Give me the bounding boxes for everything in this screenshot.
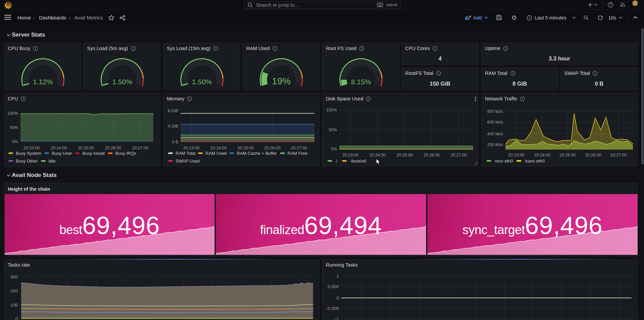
svg-text:-1: -1 <box>335 317 339 320</box>
svg-text:20:23:00: 20:23:00 <box>24 146 40 150</box>
svg-text:1.50%: 1.50% <box>112 78 132 86</box>
svg-text:300: 300 <box>10 274 18 279</box>
svg-text:RAM Total: RAM Total <box>176 151 196 156</box>
svg-text:20:23:00: 20:23:00 <box>342 153 359 157</box>
svg-text:SWAP Used: SWAP Used <box>176 158 200 164</box>
svg-text:20:25:00: 20:25:00 <box>396 153 413 157</box>
svg-text:recv eth0: recv eth0 <box>495 158 513 164</box>
svg-text:600 kb/s: 600 kb/s <box>487 120 503 125</box>
svg-text:Busy Iowait: Busy Iowait <box>82 151 105 156</box>
svg-text:8.15%: 8.15% <box>351 78 371 86</box>
svg-text:1.50%: 1.50% <box>192 78 212 86</box>
svg-text:50%: 50% <box>329 128 337 132</box>
svg-text:200: 200 <box>10 288 18 293</box>
svg-text:20:26:00: 20:26:00 <box>105 146 121 150</box>
svg-text:20:27:00: 20:27:00 <box>451 153 467 157</box>
svg-text:trans eth0: trans eth0 <box>525 158 545 164</box>
svg-text:20:23:00: 20:23:00 <box>508 153 525 157</box>
svg-text:20:27:00: 20:27:00 <box>132 146 149 150</box>
svg-text:20:24:00: 20:24:00 <box>50 146 67 150</box>
svg-text:0: 0 <box>15 316 18 320</box>
svg-text:20:24:00: 20:24:00 <box>369 153 386 157</box>
svg-text:20:26:00: 20:26:00 <box>264 146 280 150</box>
svg-text:4 GiB: 4 GiB <box>168 124 178 129</box>
svg-text:20:24:00: 20:24:00 <box>534 153 551 157</box>
svg-text:19%: 19% <box>272 76 291 86</box>
svg-text:20:26:00: 20:26:00 <box>423 153 440 157</box>
svg-text:RAM Used: RAM Used <box>205 151 227 156</box>
svg-text:Busy System: Busy System <box>16 151 41 156</box>
svg-text:Busy IRQs: Busy IRQs <box>115 151 137 156</box>
svg-text:1: 1 <box>336 274 339 279</box>
svg-text:Busy Other: Busy Other <box>16 158 38 164</box>
svg-text:RAM Cache + Buffer: RAM Cache + Buffer <box>237 151 277 156</box>
svg-text:20:23:00: 20:23:00 <box>183 146 200 150</box>
svg-text:200 kb/s: 200 kb/s <box>487 142 503 147</box>
svg-text:20:25:00: 20:25:00 <box>559 153 576 157</box>
svg-text:?: ? <box>609 3 611 7</box>
svg-text:RAM Free: RAM Free <box>288 151 307 156</box>
svg-text:/: / <box>336 158 337 164</box>
svg-text:0: 0 <box>336 295 339 301</box>
svg-text:20:26:00: 20:26:00 <box>585 153 602 157</box>
svg-text:20:25:00: 20:25:00 <box>237 146 254 150</box>
svg-text:-0.500: -0.500 <box>326 306 339 311</box>
svg-text:Busy User: Busy User <box>52 151 72 156</box>
svg-text:100%: 100% <box>7 111 18 116</box>
svg-text:Idle: Idle <box>48 158 55 164</box>
svg-text:800 kb/s: 800 kb/s <box>487 109 503 114</box>
svg-text:20:27:00: 20:27:00 <box>291 146 307 150</box>
svg-text:20:27:00: 20:27:00 <box>610 153 627 157</box>
svg-text:20:24:00: 20:24:00 <box>210 146 227 150</box>
svg-text:400 kb/s: 400 kb/s <box>487 132 503 136</box>
svg-text:0.500: 0.500 <box>328 284 339 289</box>
svg-text:8 GiB: 8 GiB <box>168 108 178 113</box>
svg-text:0 B: 0 B <box>172 140 178 144</box>
svg-text:100%: 100% <box>326 108 337 112</box>
svg-text:20:25:00: 20:25:00 <box>78 146 94 150</box>
svg-text:50%: 50% <box>10 125 18 130</box>
svg-text:/boot/efi: /boot/efi <box>351 158 366 164</box>
svg-text:100: 100 <box>10 303 18 308</box>
svg-text:0%: 0% <box>12 139 18 144</box>
svg-text:1.12%: 1.12% <box>33 78 53 86</box>
svg-text:0%: 0% <box>331 147 337 151</box>
